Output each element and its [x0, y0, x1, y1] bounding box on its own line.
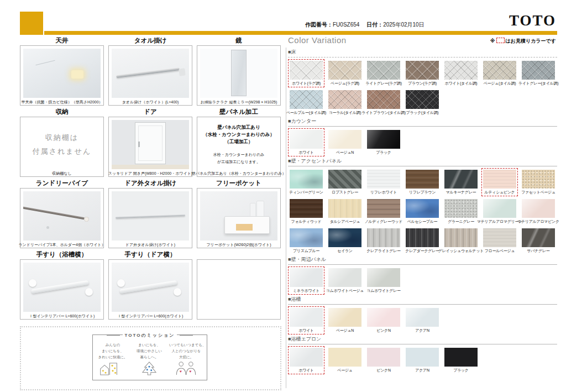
swatch-label: マテリアルアロマグリーン: [483, 219, 516, 224]
mission-line: 大切に。: [169, 354, 203, 360]
product-title: ランドリーパイプ: [20, 179, 104, 186]
swatch-label: リフレホワイト: [367, 190, 400, 195]
swatch-label-text: フロールベージュ: [485, 248, 515, 254]
swatch-label: コムホワイトグレー: [367, 288, 400, 293]
product-title: タオル掛け: [108, 36, 192, 44]
swatch-tile: [444, 170, 478, 189]
mission-item: みんなの まいにちを、 きれいに快適に。: [96, 342, 129, 379]
swatch-label: ピンクN: [367, 328, 400, 333]
color-swatch: タルシアベージュ: [327, 197, 363, 226]
swatch-label: ノルディグレーウッド: [367, 219, 400, 224]
cv-section: ■壁・周辺パネルミネラホワイトコムホワイトベージュコムホワイトグレー: [288, 256, 557, 295]
color-swatch: プリズムブルー: [288, 227, 324, 255]
swatch-label-text: ベージュ: [337, 368, 352, 373]
product-image-box: [197, 259, 281, 320]
document-meta: 作図番号：FU0SZ654 日付：2025年02月10日: [305, 21, 430, 29]
color-swatch-estimate: ホワイト: [288, 306, 324, 334]
swatch-label: プリズムブルー: [290, 248, 323, 253]
product-caption: フリーポケット(W260)2個(ホワイト): [197, 242, 280, 247]
swatch-label-text: ホワイト: [298, 150, 313, 155]
swatch-row: ホワイトベージュNブラック: [288, 128, 557, 156]
storage-note: 収納棚は付属されません: [23, 120, 101, 169]
towel-bar-bracket: [179, 68, 186, 76]
tall-mirror: [231, 50, 247, 97]
swatch-label-text: ロブストグレー: [332, 190, 358, 195]
color-swatch: ライトグレー(タイル調): [520, 59, 557, 87]
cv-section-title: ■壁・周辺パネル: [288, 256, 557, 265]
title-rule-left: [107, 335, 120, 336]
color-swatch: ペールブルー(タイル調): [288, 88, 324, 117]
color-swatch: マテリアルアロマグリーン: [481, 197, 518, 226]
swatch-label: コムホワイトベージュ: [328, 288, 361, 293]
mission-items: みんなの まいにちを、 きれいに快適に。 まいにちを、 環境にやさしい 暮らしへ…: [96, 342, 203, 379]
mission-item: いつでもいつまでも、 人とのつながりを 大切に。 ♥ ♥: [169, 342, 203, 379]
color-swatch: マルキーナグレー: [443, 168, 479, 196]
swatch-tile: [406, 308, 439, 327]
bar-flange: [85, 288, 93, 296]
pipe-holder: [84, 217, 89, 222]
free-pocket-photo: [200, 191, 277, 241]
swatch-label: ホワイト: [290, 328, 323, 333]
swatch-label-text: アクアN: [415, 368, 429, 373]
swatch-label-text: コムホワイトベージュ: [326, 288, 364, 294]
mission-line: 暮らしへ。: [133, 354, 166, 360]
product-caption: ドア外タオル掛け(ホワイト): [109, 242, 192, 247]
swatch-label-text: リフレブラウン: [409, 190, 436, 195]
product-caption-text: Ｉ型インテリアバー L=600(ホワイト): [29, 313, 95, 319]
panel-sub-line: 水栓・カウンターまわりのみ: [200, 151, 277, 158]
swatch-tile: [406, 199, 439, 218]
color-swatch: ベージュN: [327, 306, 363, 334]
color-swatch: コムホワイトベージュ: [327, 266, 363, 295]
product-caption: ランドリーパイプ1本、ホルダー4個（ホワイト）: [20, 242, 103, 247]
swatch-row: ペールブルー(タイル調)コーラル(タイル調)ライトブラウン(タイル調)ブラック(…: [288, 88, 557, 117]
laundry-pipe-photo: [23, 191, 101, 241]
product-caption: Ｉ型インテリアバー L=600(ホワイト): [109, 313, 192, 318]
product-caption-text: 収納棚なし: [52, 171, 71, 176]
product-cell: ドアスッキリドア 開き戸(W800・H2000・ホワイト): [108, 106, 192, 177]
cv-section-title: ■壁・アクセントパネル: [288, 158, 557, 166]
product-cell: 鏡お掃除ラクラク 縦長ミラー(W298 × H1025): [197, 34, 281, 106]
panel-bold-line: （水栓・カウンターまわりのみ）: [200, 131, 277, 138]
color-swatch: マテリアルアロマピンク: [520, 197, 557, 226]
mission-item: まいにちを、 環境にやさしい 暮らしへ。: [133, 342, 166, 379]
swatch-tile: [483, 170, 516, 189]
product-caption-text: お掃除ラクラク 縦長ミラー(W298 × H1025): [201, 100, 277, 105]
people-icon: ♥ ♥: [169, 361, 203, 375]
color-swatch: グレイッシュウォルナット: [443, 227, 479, 255]
color-swatch: コーラル(タイル調): [327, 88, 363, 117]
product-cell: [197, 248, 281, 320]
swatch-label-text: ミネラホワイト: [293, 288, 319, 294]
color-swatch: ピンクN: [365, 346, 402, 374]
swatch-row: ミネラホワイトコムホワイトベージュコムホワイトグレー: [288, 266, 557, 295]
product-title: ドア外タオル掛け: [108, 179, 192, 186]
swatch-label: ティンバーグリーン: [290, 190, 323, 195]
product-cell: 手すり（ドア横）Ｉ型インテリアバー L=600(ホワイト): [108, 248, 192, 320]
swatch-tile: [328, 348, 361, 367]
swatch-tile: [328, 228, 361, 247]
color-swatch: ホワイト(タイル調): [443, 59, 479, 87]
mirror-photo: [200, 49, 277, 98]
mission-line: みんなの: [96, 342, 129, 348]
swatch-label: フロールベージュ: [483, 248, 516, 253]
swatch-label: ブラウン(ラグ調): [406, 81, 439, 86]
swatch-label-text: グラーニグレー: [448, 219, 474, 224]
product-row: ランドリーパイプランドリーパイプ1本、ホルダー4個（ホワイト）ドア外タオル掛けド…: [20, 177, 283, 248]
product-caption-text: スッキリドア 開き戸(W800・H2000・ホワイト): [108, 171, 192, 176]
cv-section-title: ■浴槽エプロン: [288, 336, 557, 344]
swatch-label-text: ベージュN: [336, 328, 354, 333]
swatch-label: ホワイト(ラグ調): [290, 81, 323, 86]
swatch-label: セイラン: [328, 248, 361, 253]
note-suffix: はお見積りカラーです: [506, 38, 556, 44]
swatch-label: ベージュN: [328, 328, 361, 333]
mission-line: きれいに快適に。: [96, 354, 129, 360]
product-title: フリーポケット: [197, 179, 281, 186]
swatch-label-text: ホワイト(ラグ調): [292, 81, 321, 86]
cv-section: ■浴槽エプロンホワイトベージュピンクNアクアNブラック: [288, 336, 557, 374]
product-image-box: 壁パネル穴加工あり（水栓・カウンターまわりのみ）（工場加工）水栓・カウンターまわ…: [197, 117, 281, 177]
swatch-tile: [328, 170, 361, 189]
product-caption-text: 壁パネル穴加工あり（水栓・カウンターまわりのみ）: [192, 171, 286, 176]
swatch-label-text: マテリアルアロマピンク: [517, 219, 559, 224]
swatch-tile: [522, 61, 555, 80]
color-swatch: ライトブラウン(タイル調): [365, 88, 402, 117]
product-title: 手すり（浴槽横）: [20, 250, 104, 258]
